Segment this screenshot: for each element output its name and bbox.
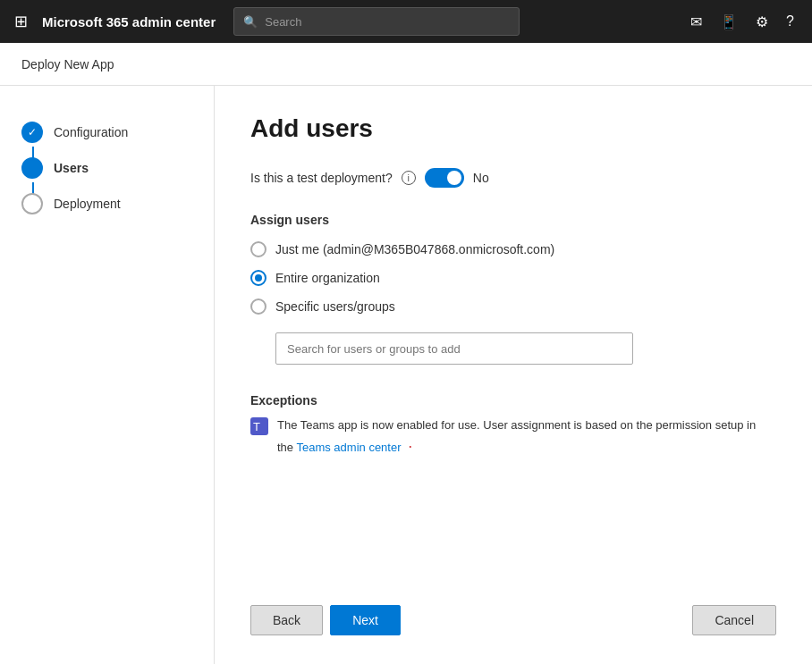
radio-specific[interactable]: Specific users/groups: [250, 298, 776, 315]
waffle-icon[interactable]: ⊞: [11, 8, 31, 35]
step-label-users: Users: [54, 161, 89, 175]
radio-entire-org[interactable]: Entire organization: [250, 270, 776, 286]
exceptions-message: T The Teams app is now enabled for use. …: [250, 416, 769, 458]
mail-icon[interactable]: ✉: [683, 8, 709, 36]
exceptions-label: Exceptions: [250, 393, 776, 408]
search-users-box: [275, 332, 776, 365]
radio-just-me[interactable]: Just me (admin@M365B047868.onmicrosoft.c…: [250, 241, 776, 257]
radio-label-specific: Specific users/groups: [275, 299, 395, 314]
dot-indicator: ·: [408, 437, 412, 455]
search-users-input[interactable]: [275, 332, 633, 365]
step-users: Users: [21, 150, 192, 186]
search-input[interactable]: [265, 15, 510, 29]
step-deployment: Deployment: [21, 186, 192, 222]
footer-actions: Back Next Cancel: [250, 584, 776, 635]
step-label-deployment: Deployment: [54, 197, 121, 211]
subheader: Deploy New App: [0, 43, 812, 86]
next-button[interactable]: Next: [330, 605, 401, 635]
exceptions-text: The Teams app is now enabled for use. Us…: [277, 416, 769, 458]
back-button[interactable]: Back: [250, 605, 323, 635]
test-deployment-row: Is this a test deployment? i No: [250, 168, 776, 188]
deploy-app-title: Deploy New App: [21, 57, 114, 71]
teams-icon: T: [250, 417, 268, 435]
stepper-sidebar: ✓ Configuration Users Deployment: [0, 86, 215, 664]
step-configuration: ✓ Configuration: [21, 114, 192, 150]
search-icon: 🔍: [243, 15, 258, 29]
teams-admin-center-link[interactable]: Teams admin center: [296, 441, 401, 454]
svg-text:T: T: [253, 420, 260, 433]
info-icon[interactable]: i: [402, 171, 416, 185]
step-circle-deployment: [21, 193, 43, 214]
search-bar[interactable]: 🔍: [233, 7, 520, 36]
assign-users-radio-group: Just me (admin@M365B047868.onmicrosoft.c…: [250, 241, 776, 315]
step-label-configuration: Configuration: [54, 125, 128, 139]
radio-circle-just-me: [250, 241, 266, 257]
test-deployment-toggle[interactable]: [425, 168, 464, 188]
step-circle-users: [21, 157, 43, 179]
mobile-icon[interactable]: 📱: [713, 8, 745, 36]
main-layout: ✓ Configuration Users Deployment Add use…: [0, 86, 812, 664]
radio-circle-entire-org: [250, 270, 266, 286]
nav-icons: ✉ 📱 ⚙ ?: [683, 8, 801, 36]
radio-label-entire-org: Entire organization: [275, 271, 380, 285]
radio-label-just-me: Just me (admin@M365B047868.onmicrosoft.c…: [275, 242, 554, 256]
top-navigation: ⊞ Microsoft 365 admin center 🔍 ✉ 📱 ⚙ ?: [0, 0, 812, 43]
toggle-no-label: No: [473, 171, 489, 185]
assign-users-label: Assign users: [250, 213, 776, 227]
settings-icon[interactable]: ⚙: [749, 8, 775, 36]
help-icon[interactable]: ?: [779, 8, 801, 35]
test-deployment-label: Is this a test deployment?: [250, 171, 393, 185]
app-title: Microsoft 365 admin center: [42, 14, 216, 29]
content-area: Add users Is this a test deployment? i N…: [215, 86, 812, 664]
cancel-button[interactable]: Cancel: [692, 605, 776, 635]
page-title: Add users: [250, 114, 776, 143]
radio-circle-specific: [250, 298, 266, 315]
exceptions-section: Exceptions T The Teams app is now enable…: [250, 393, 776, 458]
step-circle-configuration: ✓: [21, 122, 43, 143]
